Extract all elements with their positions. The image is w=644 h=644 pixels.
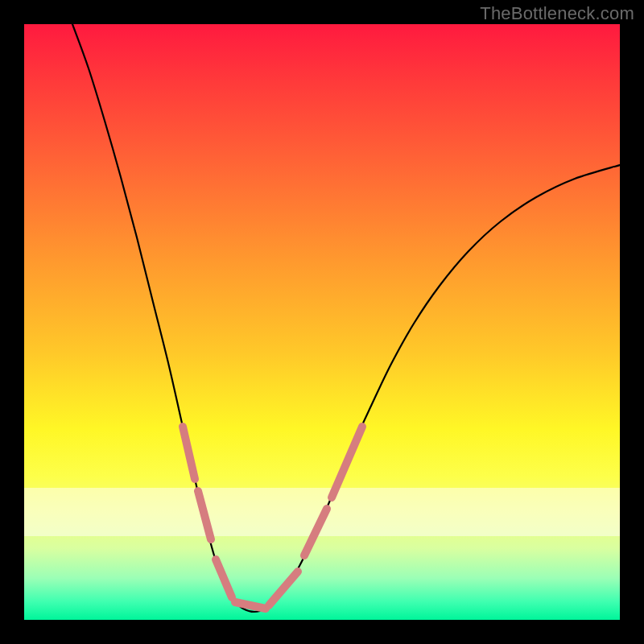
highlight-dash	[304, 509, 327, 555]
highlight-segments	[183, 427, 362, 609]
highlight-dash	[216, 559, 232, 597]
chart-frame: TheBottleneck.com	[0, 0, 644, 644]
plot-area	[24, 24, 620, 620]
highlight-dash	[183, 427, 195, 479]
highlight-dash	[198, 491, 211, 539]
watermark-text: TheBottleneck.com	[480, 3, 634, 24]
curve-svg	[24, 24, 620, 620]
highlight-dash	[332, 427, 362, 497]
highlight-dash	[269, 572, 298, 605]
highlight-dash	[235, 602, 266, 609]
bottleneck-curve	[72, 24, 620, 612]
